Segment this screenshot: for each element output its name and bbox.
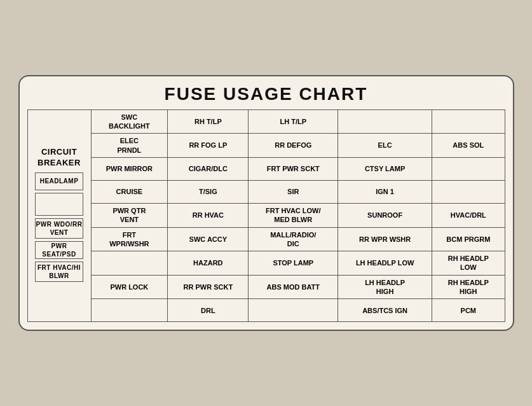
cell-r2c4 bbox=[432, 157, 505, 180]
cell-r2c2: FRT PWR SCKT bbox=[249, 157, 338, 180]
cell-r7c3: LH HEADLPHIGH bbox=[338, 275, 432, 299]
table-row: PWR QTRVENT RR HVAC FRT HVAC LOW/MED BLW… bbox=[27, 203, 505, 227]
table-row: CIRCUITBREAKER HEADLAMP PWR WDO/RRVENT P… bbox=[27, 109, 505, 134]
cell-r8c2 bbox=[249, 299, 338, 322]
cell-r0c2: LH T/LP bbox=[249, 109, 338, 134]
cell-r1c4: ABS SOL bbox=[432, 134, 505, 158]
cell-r0c4 bbox=[432, 109, 505, 134]
cell-r6c0 bbox=[91, 251, 168, 276]
circuit-breaker-cell: CIRCUITBREAKER HEADLAMP PWR WDO/RRVENT P… bbox=[27, 109, 91, 322]
cell-r2c3: CTSY LAMP bbox=[338, 157, 432, 180]
table-row: FRTWPR/WSHR SWC ACCY MALL/RADIO/DIC RR W… bbox=[27, 227, 505, 251]
table-row: PWR MIRROR CIGAR/DLC FRT PWR SCKT CTSY L… bbox=[27, 157, 505, 180]
cell-r5c3: RR WPR WSHR bbox=[338, 227, 432, 251]
cell-r1c3: ELC bbox=[338, 134, 432, 158]
cell-r8c1: DRL bbox=[168, 299, 249, 322]
chart-title: FUSE USAGE CHART bbox=[27, 84, 505, 104]
cell-r4c1: RR HVAC bbox=[168, 203, 249, 227]
cell-r3c0: CRUISE bbox=[91, 180, 168, 203]
cell-r7c0: PWR LOCK bbox=[91, 275, 168, 299]
cell-r3c2: SIR bbox=[249, 180, 338, 203]
cell-r2c0: PWR MIRROR bbox=[91, 157, 168, 180]
pwr-seat-breaker: PWRSEAT/PSD bbox=[35, 241, 83, 259]
cell-r3c1: T/SIG bbox=[168, 180, 249, 203]
cell-r4c0: PWR QTRVENT bbox=[91, 203, 168, 227]
cell-r1c0: ELECPRNDL bbox=[91, 134, 168, 158]
fuse-table: CIRCUITBREAKER HEADLAMP PWR WDO/RRVENT P… bbox=[27, 109, 505, 323]
cell-r0c0: SWCBACKLIGHT bbox=[91, 109, 168, 134]
cell-r5c2: MALL/RADIO/DIC bbox=[249, 227, 338, 251]
cell-r4c3: SUNROOF bbox=[338, 203, 432, 227]
table-row: PWR LOCK RR PWR SCKT ABS MOD BATT LH HEA… bbox=[27, 275, 505, 299]
cell-r5c0: FRTWPR/WSHR bbox=[91, 227, 168, 251]
cell-r1c1: RR FOG LP bbox=[168, 134, 249, 158]
cell-r4c2: FRT HVAC LOW/MED BLWR bbox=[249, 203, 338, 227]
table-row: HAZARD STOP LAMP LH HEADLP LOW RH HEADLP… bbox=[27, 251, 505, 276]
table-row: ELECPRNDL RR FOG LP RR DEFOG ELC ABS SOL bbox=[27, 134, 505, 158]
cell-r3c4 bbox=[432, 180, 505, 203]
table-row: CRUISE T/SIG SIR IGN 1 bbox=[27, 180, 505, 203]
circuit-breaker-label: CIRCUITBREAKER bbox=[30, 147, 89, 169]
cell-r8c4: PCM bbox=[432, 299, 505, 322]
cell-r0c1: RH T/LP bbox=[168, 109, 249, 134]
cell-r6c3: LH HEADLP LOW bbox=[338, 251, 432, 276]
headlamp-breaker: HEADLAMP bbox=[35, 172, 83, 190]
cell-r8c3: ABS/TCS IGN bbox=[338, 299, 432, 322]
cell-r6c1: HAZARD bbox=[168, 251, 249, 276]
cell-r8c0 bbox=[91, 299, 168, 322]
cell-r6c2: STOP LAMP bbox=[249, 251, 338, 276]
cell-r2c1: CIGAR/DLC bbox=[168, 157, 249, 180]
cell-r3c3: IGN 1 bbox=[338, 180, 432, 203]
pwr-wdo-breaker: PWR WDO/RRVENT bbox=[35, 218, 83, 239]
cell-r1c2: RR DEFOG bbox=[249, 134, 338, 158]
cell-r5c4: BCM PRGRM bbox=[432, 227, 505, 251]
cell-r5c1: SWC ACCY bbox=[168, 227, 249, 251]
cell-r6c4: RH HEADLPLOW bbox=[432, 251, 505, 276]
fuse-chart-container: FUSE USAGE CHART CIRCUITBREAKER HEADLAMP… bbox=[18, 75, 514, 332]
cell-r4c4: HVAC/DRL bbox=[432, 203, 505, 227]
frt-hvac-breaker: FRT HVAC/HIBLWR bbox=[35, 262, 83, 282]
cell-r7c2: ABS MOD BATT bbox=[249, 275, 338, 299]
cell-r0c3 bbox=[338, 109, 432, 134]
cell-r7c1: RR PWR SCKT bbox=[168, 275, 249, 299]
empty-breaker bbox=[35, 193, 83, 216]
table-row: DRL ABS/TCS IGN PCM bbox=[27, 299, 505, 322]
cell-r7c4: RH HEADLPHIGH bbox=[432, 275, 505, 299]
